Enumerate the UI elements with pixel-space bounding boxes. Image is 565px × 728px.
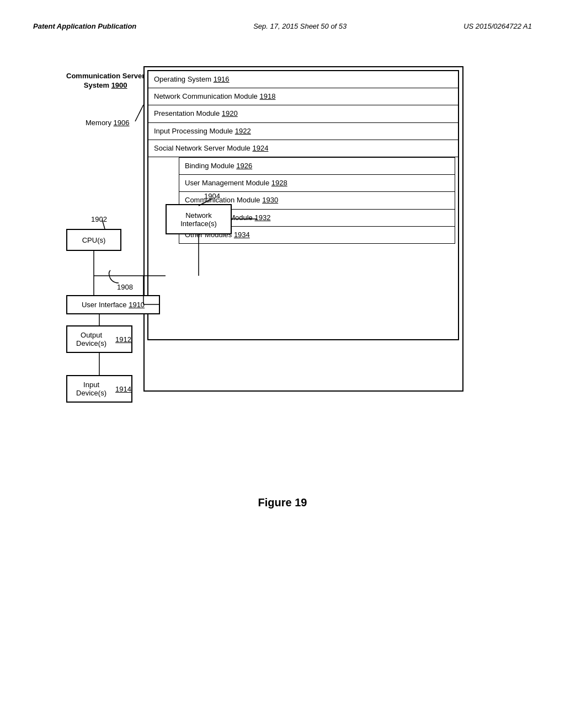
module-row-os: Operating System 1916 bbox=[148, 71, 458, 88]
css-system-label: Communication Server System 1900 bbox=[66, 72, 145, 90]
label-1904: 1904 bbox=[204, 192, 220, 200]
header-left: Patent Application Publication bbox=[33, 22, 136, 30]
sub-row-bm: Binding Module 1926 bbox=[179, 158, 455, 175]
output-device-box: Output Device(s)1912 bbox=[66, 325, 132, 353]
sub-row-umm: User Management Module 1928 bbox=[179, 175, 455, 192]
figure-caption: Figure 19 bbox=[33, 496, 532, 509]
page: Patent Application Publication Sep. 17, … bbox=[0, 0, 565, 728]
memory-label: Memory 1906 bbox=[86, 119, 129, 127]
module-row-pm: Presentation Module 1920 bbox=[148, 105, 458, 122]
label-1908: 1908 bbox=[117, 283, 133, 291]
label-1902: 1902 bbox=[91, 215, 107, 223]
header-center: Sep. 17, 2015 Sheet 50 of 53 bbox=[253, 22, 347, 30]
page-header: Patent Application Publication Sep. 17, … bbox=[33, 22, 532, 33]
diagram-area: Communication Server System 1900 Operati… bbox=[33, 66, 532, 452]
network-interface-box: NetworkInterface(s) bbox=[166, 204, 232, 234]
module-row-ncm: Network Communication Module 1918 bbox=[148, 88, 458, 105]
user-interface-box: User Interface 1910 bbox=[66, 295, 160, 314]
module-row-ipm: Input Processing Module 1922 bbox=[148, 123, 458, 140]
svg-line-0 bbox=[135, 105, 143, 121]
header-right: US 2015/0264722 A1 bbox=[463, 22, 532, 30]
input-device-box: Input Device(s)1914 bbox=[66, 375, 132, 403]
cpu-box: CPU(s) bbox=[66, 229, 121, 251]
module-row-snsm: Social Network Server Module 1924 bbox=[148, 140, 458, 157]
